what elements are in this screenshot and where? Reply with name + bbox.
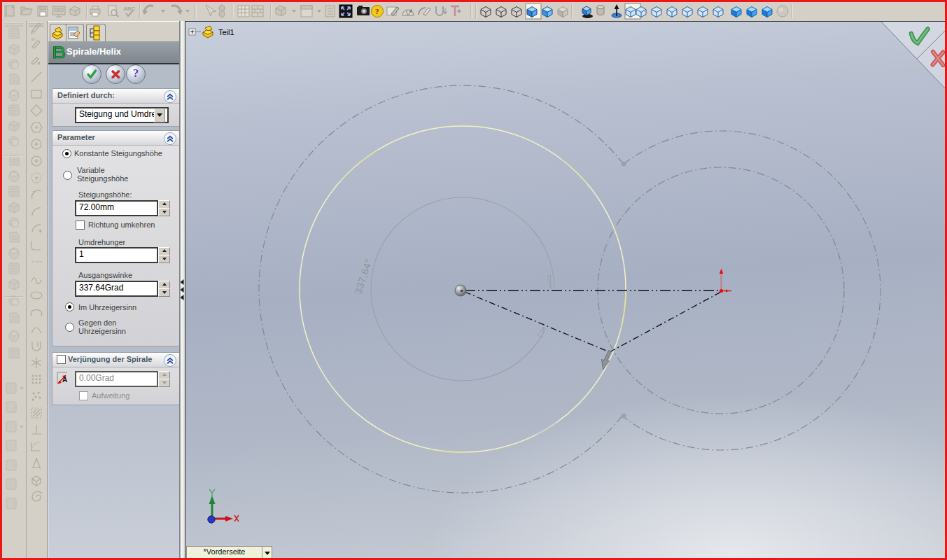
svg-text:?: ? xyxy=(375,7,379,15)
svg-text:A: A xyxy=(62,376,67,384)
svg-text:ABC: ABC xyxy=(123,6,136,12)
svg-text:4: 4 xyxy=(409,8,412,13)
svg-text:30: 30 xyxy=(31,37,36,41)
